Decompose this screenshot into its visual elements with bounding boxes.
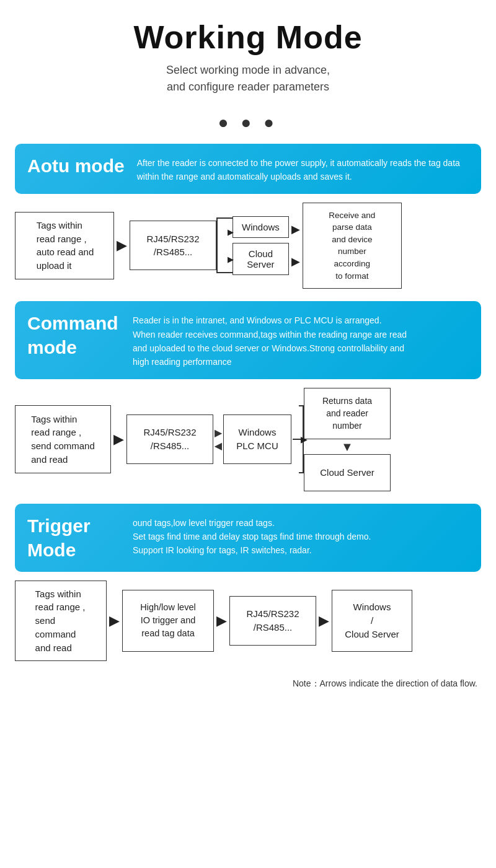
- cmd-arrow-1: ▶: [111, 431, 126, 447]
- page-title: Working Mode: [12, 19, 484, 56]
- page-subtitle: Select working mode in advance, and conf…: [12, 62, 484, 95]
- command-flow-diagram: Tags within read range , send command an…: [15, 388, 481, 491]
- note-text: Note：Arrows indicate the direction of da…: [0, 673, 496, 699]
- cmd-arrow-down: ▼: [341, 441, 353, 453]
- aotu-box-rj45: RJ45/RS232 /RS485...: [130, 221, 216, 270]
- trig-box-win-cloud: Windows / Cloud Server: [332, 590, 412, 652]
- cmd-box-cloud-server: Cloud Server: [304, 454, 391, 491]
- aotu-arrow-1: ▶: [114, 237, 130, 253]
- cmd-right-boxes: Returns data and reader number ▼ Cloud S…: [304, 388, 391, 491]
- aotu-mode-banner: Aotu mode After the reader is connected …: [15, 144, 481, 194]
- cmd-box-returns: Returns data and reader number: [304, 388, 391, 439]
- page-header: Working Mode Select working mode in adva…: [0, 0, 496, 102]
- trigger-mode-title: Trigger Mode: [27, 514, 120, 562]
- cmd-box-tags: Tags within read range , send command an…: [15, 405, 111, 473]
- command-mode-title: Command mode: [27, 311, 120, 359]
- trigger-flow-diagram: Tags within read range , send command an…: [15, 581, 481, 662]
- command-mode-banner: Command mode Reader is in the intranet, …: [15, 301, 481, 379]
- trigger-mode-desc: ound tags,low level trigger read tags. S…: [133, 514, 371, 558]
- aotu-stacked-boxes: Windows Cloud Server: [232, 216, 289, 275]
- aotu-box-tags: Tags within read range , auto read and u…: [15, 212, 114, 279]
- trig-arrow-2: ▶: [214, 613, 229, 629]
- dots-indicator: ● ● ●: [0, 113, 496, 133]
- trig-box-tags: Tags within read range , send command an…: [15, 581, 107, 662]
- aotu-split-arrow: ▶ ▶: [216, 217, 232, 273]
- command-mode-desc: Reader is in the intranet, and Windows o…: [133, 311, 407, 369]
- cmd-box-rj45: RJ45/RS232 /RS485...: [126, 414, 213, 464]
- aotu-mode-desc: After the reader is connected to the pow…: [137, 154, 469, 184]
- trig-arrow-3: ▶: [316, 613, 332, 629]
- aotu-flow-diagram: Tags within read range , auto read and u…: [15, 203, 481, 289]
- cmd-bracket: ▶: [291, 405, 304, 473]
- trig-arrow-1: ▶: [107, 613, 122, 629]
- trig-box-io: High/low level IO trigger and read tag d…: [122, 590, 214, 652]
- aotu-box-windows: Windows: [232, 216, 289, 238]
- trigger-mode-banner: Trigger Mode ound tags,low level trigger…: [15, 504, 481, 572]
- aotu-arrows-right: ▶ ▶: [289, 222, 303, 268]
- aotu-box-cloud: Cloud Server: [232, 243, 289, 275]
- aotu-mode-title: Aotu mode: [27, 154, 125, 178]
- trig-box-rj45: RJ45/RS232 /RS485...: [229, 596, 316, 646]
- aotu-box-receive: Receive and parse data and device number…: [303, 203, 402, 289]
- cmd-box-win-plc: Windows PLC MCU: [223, 414, 291, 464]
- cmd-double-arrow: ▶ ▶: [213, 427, 223, 452]
